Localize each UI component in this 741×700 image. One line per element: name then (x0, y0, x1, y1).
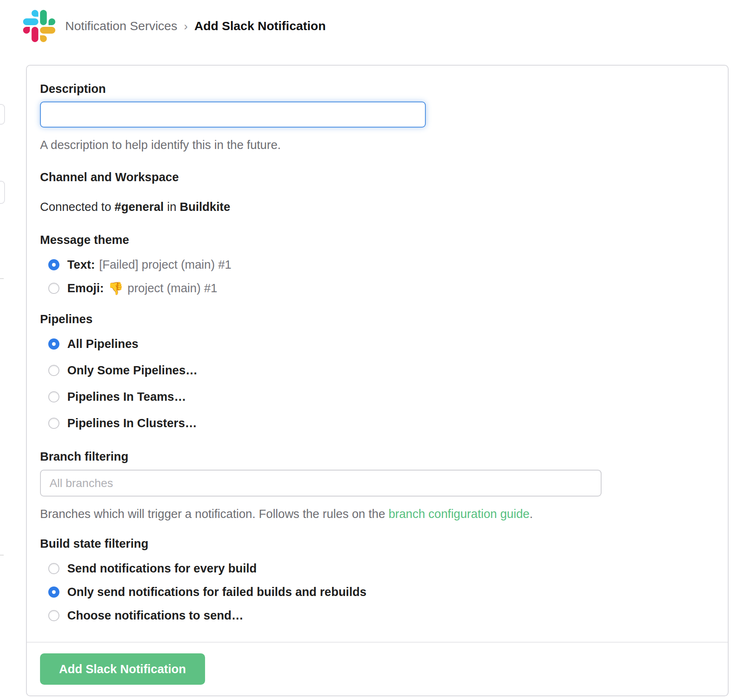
edge-input-fragment (0, 181, 5, 204)
message-theme-text-option[interactable]: Text: [Failed] project (main) #1 (48, 258, 715, 272)
branch-help-prefix: Branches which will trigger a notificati… (40, 507, 389, 520)
message-theme-label: Message theme (40, 233, 715, 247)
radio-selected-icon[interactable] (48, 586, 59, 598)
form-body: Description A description to help identi… (27, 66, 728, 642)
build-state-radio-group: Send notifications for every build Only … (40, 561, 715, 623)
radio-selected-icon[interactable] (48, 259, 59, 270)
pipelines-in-clusters-option-label: Pipelines In Clusters… (67, 416, 197, 430)
page-header: Notification Services › Add Slack Notifi… (0, 0, 741, 42)
connected-prefix: Connected to (40, 200, 115, 213)
pipelines-in-clusters-option[interactable]: Pipelines In Clusters… (48, 416, 715, 430)
pipelines-in-teams-option[interactable]: Pipelines In Teams… (48, 390, 715, 404)
build-state-failed-builds-option-label: Only send notifications for failed build… (67, 585, 366, 599)
branch-configuration-guide-link[interactable]: branch configuration guide (389, 507, 530, 520)
pipelines-all-option-label: All Pipelines (67, 337, 138, 351)
description-help-text: A description to help identify this in t… (40, 138, 715, 152)
radio-selected-icon[interactable] (48, 338, 59, 350)
build-state-choose-notifications-option-label: Choose notifications to send… (67, 608, 243, 623)
pipelines-only-some-option[interactable]: Only Some Pipelines… (48, 363, 715, 378)
radio-unselected-icon[interactable] (48, 365, 59, 376)
radio-unselected-icon[interactable] (48, 563, 59, 574)
connected-middle: in (164, 200, 180, 213)
radio-unselected-icon[interactable] (48, 418, 59, 429)
slack-logo-icon (23, 10, 55, 42)
breadcrumb-separator: › (184, 18, 188, 34)
description-label: Description (40, 82, 715, 96)
radio-unselected-icon[interactable] (48, 610, 59, 621)
edge-line-fragment (0, 555, 4, 556)
message-theme-emoji-option-label: Emoji: (67, 281, 104, 296)
pipelines-in-teams-option-label: Pipelines In Teams… (67, 390, 186, 404)
radio-unselected-icon[interactable] (48, 391, 59, 402)
workspace-name: Buildkite (180, 200, 230, 213)
edge-line-fragment (0, 278, 4, 279)
channel-name: #general (115, 200, 164, 213)
pipelines-radio-group: All Pipelines Only Some Pipelines… Pipel… (40, 337, 715, 430)
branch-filtering-help-text: Branches which will trigger a notificati… (40, 507, 715, 521)
add-slack-notification-button[interactable]: Add Slack Notification (40, 653, 205, 685)
build-state-every-build-option-label: Send notifications for every build (67, 561, 257, 576)
message-theme-text-option-label: Text: (67, 258, 95, 272)
branch-help-suffix: . (529, 507, 533, 520)
breadcrumb: Notification Services › Add Slack Notifi… (65, 18, 326, 34)
edge-input-fragment (0, 104, 5, 125)
pipelines-all-option[interactable]: All Pipelines (48, 337, 715, 351)
build-state-every-build-option[interactable]: Send notifications for every build (48, 561, 715, 576)
message-theme-emoji-option-preview: project (main) #1 (127, 281, 217, 296)
form-footer: Add Slack Notification (27, 642, 728, 695)
connected-to-text: Connected to #general in Buildkite (40, 200, 715, 214)
thumbs-down-emoji-icon: 👎 (108, 281, 123, 296)
radio-unselected-icon[interactable] (48, 283, 59, 294)
branch-filtering-label: Branch filtering (40, 449, 715, 464)
add-slack-notification-form-card: Description A description to help identi… (26, 65, 729, 696)
message-theme-emoji-option[interactable]: Emoji: 👎 project (main) #1 (48, 281, 715, 296)
pipelines-only-some-option-label: Only Some Pipelines… (67, 363, 198, 378)
description-input[interactable] (40, 102, 426, 128)
message-theme-radio-group: Text: [Failed] project (main) #1 Emoji: … (40, 258, 715, 296)
page-title: Add Slack Notification (194, 18, 326, 34)
branch-filtering-input[interactable] (40, 470, 602, 497)
build-state-choose-notifications-option[interactable]: Choose notifications to send… (48, 608, 715, 623)
channel-workspace-label: Channel and Workspace (40, 170, 715, 184)
build-state-filtering-label: Build state filtering (40, 537, 715, 551)
build-state-failed-builds-option[interactable]: Only send notifications for failed build… (48, 585, 715, 599)
breadcrumb-notification-services-link[interactable]: Notification Services (65, 18, 177, 34)
message-theme-text-option-preview: [Failed] project (main) #1 (99, 258, 231, 272)
pipelines-label: Pipelines (40, 312, 715, 326)
